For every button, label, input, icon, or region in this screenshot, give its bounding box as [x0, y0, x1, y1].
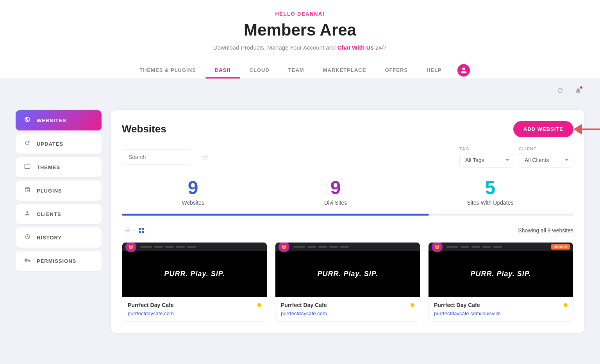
list-view-button[interactable] [122, 225, 133, 236]
nav-dash[interactable]: DASH [205, 62, 240, 79]
sidebar-item-plugins-label: PLUGINS [37, 188, 62, 194]
sidebar-item-clients[interactable]: CLIENTS [16, 204, 102, 224]
globe-icon [23, 116, 31, 124]
stat-updates-label: Sites With Updates [467, 200, 513, 206]
mini-dot [482, 246, 491, 248]
filter-group: TAG All Tags CLIENT All Clients [459, 146, 573, 168]
stat-divi-sites: 9 Divi Sites [324, 178, 347, 206]
plugins-icon [23, 187, 31, 194]
mini-dot [318, 246, 327, 248]
stat-websites-label: Websites [182, 200, 204, 206]
card-thumbnail-2: 🐱 UPDATE PURR. Play. SIP. [429, 243, 573, 297]
card-logo-2: 🐱 [432, 243, 443, 252]
progress-bar [122, 214, 573, 216]
sidebar-item-history-label: HISTORY [37, 235, 62, 241]
arrow-head-icon [573, 124, 582, 135]
sidebar: WEBSITES UPDATES THEMES PLUGINS CLIENTS [16, 110, 102, 333]
card-thumb-text-1: PURR. Play. SIP. [317, 262, 378, 278]
card-thumbnail-bar-2: 🐱 UPDATE [429, 243, 573, 251]
nav-cloud[interactable]: CLOUD [240, 62, 279, 79]
showing-text: Showing all 9 websites [518, 227, 573, 234]
nav-avatar[interactable] [457, 64, 470, 77]
update-badge-2: UPDATE [551, 244, 570, 250]
sidebar-item-permissions[interactable]: PERMISSIONS [16, 251, 102, 271]
card-thumbnail-bar-1: 🐱 [275, 243, 420, 251]
status-dot-0 [257, 303, 261, 307]
nav-help[interactable]: HELP [417, 62, 451, 79]
mini-dot [340, 246, 349, 248]
arrow-indicator [573, 124, 600, 135]
nav-offers[interactable]: OFFERS [375, 62, 417, 79]
card-thumbnail-1: 🐱 PURR. Play. SIP. [275, 243, 420, 297]
client-select[interactable]: All Clients [519, 153, 573, 168]
card-name-0: Purrfect Day Cafe [128, 302, 174, 308]
mini-nav-0 [140, 246, 264, 248]
website-card-1[interactable]: 🐱 PURR. Play. SIP. Purrfect Day Cafe [275, 242, 420, 322]
tag-label: TAG [459, 146, 514, 151]
mini-dot [176, 246, 185, 248]
view-controls-row: Showing all 9 websites [122, 225, 573, 236]
card-name-1: Purrfect Day Cafe [281, 302, 327, 308]
search-input[interactable] [122, 149, 192, 165]
tag-filter-pair: TAG All Tags [459, 146, 514, 168]
sidebar-item-themes[interactable]: THEMES [16, 157, 102, 177]
mini-dot [140, 246, 152, 248]
status-dot-2 [564, 303, 568, 307]
tag-select[interactable]: All Tags [459, 153, 514, 168]
website-card-0[interactable]: 🐱 PURR. Play. SIP. Purrfect Day Cafe [122, 242, 267, 322]
sidebar-item-history[interactable]: HISTORY [16, 227, 102, 248]
sidebar-item-websites-label: WEBSITES [37, 118, 66, 123]
stat-websites: 9 Websites [182, 178, 204, 206]
nav-themes-plugins[interactable]: THEMES & PLUGINS [130, 62, 205, 79]
stat-websites-number: 9 [182, 178, 204, 197]
content-area: Websites ADD WEBSITE ☆ TAG All Tags [111, 110, 584, 333]
card-name-row-1: Purrfect Day Cafe [281, 302, 414, 308]
website-card-2[interactable]: 🐱 UPDATE PURR. Play. SIP. [428, 242, 573, 322]
content-title: Websites [122, 123, 166, 135]
card-url-0[interactable]: purrfectdaycafe.com [128, 310, 174, 316]
nav-team[interactable]: TEAM [279, 62, 314, 79]
card-thumb-text-0: PURR. Play. SIP. [164, 262, 225, 278]
stat-updates: 5 Sites With Updates [467, 178, 513, 206]
site-header: HELLO DEANNA! Members Area Download Prod… [0, 0, 600, 79]
notification-badge [580, 86, 583, 89]
mini-dot [154, 246, 163, 248]
client-label: CLIENT [519, 146, 573, 151]
card-logo-0: 🐱 [125, 243, 136, 252]
stat-divi-number: 9 [324, 178, 347, 197]
stats-row: 9 Websites 9 Divi Sites 5 Sites With Upd… [122, 178, 573, 206]
sidebar-item-themes-label: THEMES [37, 164, 60, 170]
mini-dot [329, 246, 338, 248]
stat-divi-label: Divi Sites [324, 200, 347, 206]
filters-row: ☆ TAG All Tags CLIENT All Clients [122, 146, 573, 168]
mini-dot [493, 246, 502, 248]
chat-link[interactable]: Chat With Us [338, 44, 374, 51]
card-thumbnail-bar-0: 🐱 [122, 243, 267, 251]
card-thumbnail-0: 🐱 PURR. Play. SIP. [122, 243, 267, 297]
nav-marketplace[interactable]: MARKETPLACE [314, 62, 376, 79]
status-dot-1 [411, 303, 414, 307]
refresh-button[interactable] [554, 84, 566, 97]
card-info-0: Purrfect Day Cafe purrfectdaycafe.com [122, 297, 267, 321]
card-url-1[interactable]: purrfectdaycafe.com [281, 310, 327, 316]
sidebar-item-permissions-label: PERMISSIONS [37, 258, 76, 264]
hello-greeting: HELLO DEANNA! [8, 11, 592, 17]
card-info-1: Purrfect Day Cafe purrfectdaycafe.com [275, 297, 420, 321]
mini-dot [446, 246, 458, 248]
cards-grid: 🐱 PURR. Play. SIP. Purrfect Day Cafe [122, 242, 573, 322]
sidebar-item-updates-label: UPDATES [37, 141, 63, 147]
grid-view-button[interactable] [136, 225, 147, 236]
sidebar-item-plugins[interactable]: PLUGINS [16, 180, 102, 201]
mini-dot [187, 246, 196, 248]
star-filter-button[interactable]: ☆ [202, 152, 209, 162]
sidebar-item-websites[interactable]: WEBSITES [16, 110, 102, 130]
sidebar-item-clients-label: CLIENTS [37, 211, 61, 217]
notifications-button[interactable] [572, 84, 584, 97]
sidebar-item-updates[interactable]: UPDATES [16, 134, 102, 154]
page-title: Members Area [8, 21, 592, 39]
clients-icon [23, 210, 31, 218]
stat-updates-number: 5 [467, 178, 513, 197]
subtitle-after: 24/7 [375, 44, 387, 51]
add-website-button[interactable]: ADD WEBSITE [513, 121, 573, 137]
card-url-2[interactable]: purrfectdaycafe.com/louisville [434, 310, 501, 316]
